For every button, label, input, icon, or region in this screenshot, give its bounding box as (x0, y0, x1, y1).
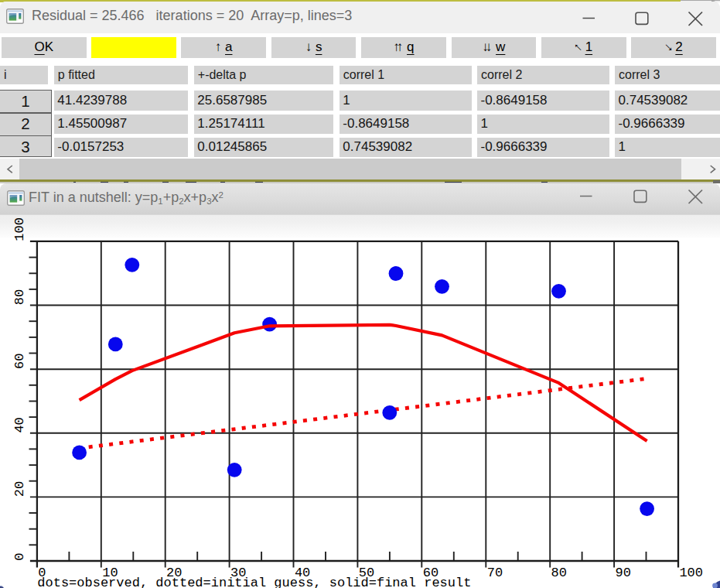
svg-text:40: 40 (12, 417, 27, 432)
svg-text:80: 80 (551, 566, 567, 580)
svg-text:dots=observed, dotted=initial: dots=observed, dotted=initial guess, sol… (37, 576, 471, 588)
svg-text:20: 20 (12, 481, 27, 497)
svg-text:100: 100 (679, 566, 703, 580)
svg-text:80: 80 (12, 289, 27, 305)
svg-text:70: 70 (487, 566, 503, 580)
svg-text:0: 0 (12, 553, 27, 561)
svg-text:60: 60 (12, 354, 27, 369)
svg-text:90: 90 (616, 566, 631, 580)
svg-text:100: 100 (12, 217, 27, 241)
